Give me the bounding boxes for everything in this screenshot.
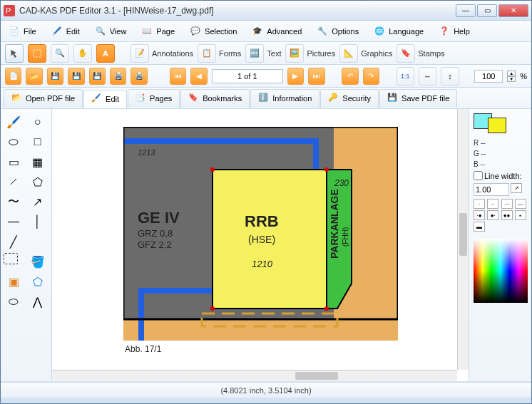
ellipse-tool[interactable]: ⬭ <box>4 133 24 150</box>
last-page-button[interactable]: ⏭ <box>308 68 324 85</box>
swatch-yellow[interactable] <box>488 118 506 133</box>
zoom-tool[interactable]: 🔍 <box>51 44 69 63</box>
menu-view[interactable]: 🔍View <box>91 24 130 39</box>
next-page-button[interactable]: ▶ <box>287 68 304 85</box>
color-picker[interactable] <box>474 239 528 303</box>
dash-4[interactable]: — <box>515 199 526 209</box>
vline-tool[interactable]: │ <box>28 213 48 230</box>
hand-tool[interactable]: ✋ <box>73 44 92 63</box>
tab-bookmarks[interactable]: 🔖Bookmarks <box>180 89 250 108</box>
square-tool[interactable]: □ <box>28 133 48 150</box>
linewidth-input[interactable] <box>474 183 509 196</box>
titlebar: P CAD-KAS PDF Editor 3.1 - [HINWeise-17_… <box>1 1 531 21</box>
save-button[interactable]: 💾 <box>47 68 63 85</box>
dash-7[interactable]: ●● <box>501 210 513 220</box>
pointer-tool[interactable] <box>5 44 24 63</box>
h-thumb[interactable] <box>295 372 338 380</box>
hse-label: (HSE) <box>248 234 275 245</box>
menu-options[interactable]: 🔧Options <box>313 24 362 39</box>
tab-pages[interactable]: 📑Pages <box>128 89 180 108</box>
select-group-tool[interactable]: ▣ <box>4 273 24 290</box>
rect-tool[interactable]: ▭ <box>4 153 24 170</box>
marquee-tool[interactable] <box>28 44 46 63</box>
horizontal-scrollbar[interactable] <box>52 370 457 381</box>
menu-edit[interactable]: 🖊️Edit <box>48 24 83 39</box>
vertical-scrollbar[interactable] <box>457 109 469 370</box>
zoom-up[interactable]: ▲ <box>507 71 516 76</box>
menu-page[interactable]: 📖Page <box>138 24 178 39</box>
menu-help[interactable]: ❓Help <box>435 24 473 39</box>
tab-information[interactable]: ℹ️Information <box>250 89 319 108</box>
menu-advanced[interactable]: 🎓Advanced <box>248 24 305 39</box>
first-page-button[interactable]: ⏮ <box>170 68 186 85</box>
dash-styles: · ·· ⋯ — ·● ●· ●● ▪ ▬ <box>474 199 527 232</box>
print2-button[interactable]: 🖨️ <box>131 68 147 85</box>
minimize-button[interactable]: — <box>456 4 476 17</box>
circle-tool[interactable]: ○ <box>28 113 48 130</box>
fit-width-button[interactable]: ↔ <box>419 67 436 86</box>
workarea: 🖌️ ○ ⬭ □ ▭ ▦ ⟋ ⬠ 〜 ↗ — │ ╱ 🪣 ▣ ⬠ ⬭ ⋀ <box>1 109 531 381</box>
dash-1[interactable]: · <box>474 199 485 209</box>
rrb-num: 1210 <box>252 259 272 269</box>
polyline-tool[interactable]: ⟋ <box>4 173 24 190</box>
chevron-tool[interactable]: ⋀ <box>28 293 48 310</box>
key-icon: 🔑 <box>328 93 339 104</box>
print-button[interactable]: 🖨️ <box>110 68 126 85</box>
page-input[interactable] <box>212 69 283 83</box>
svg-point-9 <box>210 167 215 172</box>
tools-toolbar: 🔍 ✋ A 📝Annotations 📋Forms 🔤Text 🖼️Pictur… <box>1 42 531 65</box>
select-rect-tool[interactable] <box>4 253 18 264</box>
fit-11-button[interactable]: 1:1 <box>397 67 414 86</box>
undo-button[interactable]: ↶ <box>342 68 358 85</box>
zoom-down[interactable]: ▼ <box>507 76 516 82</box>
saveas-button[interactable]: 💾 <box>68 68 84 85</box>
forms-group[interactable]: 📋Forms <box>198 44 241 63</box>
new-button[interactable]: 📄 <box>5 68 21 85</box>
svg-point-12 <box>324 306 329 311</box>
menu-file[interactable]: 📄File <box>5 24 39 39</box>
dash-5[interactable]: ·● <box>474 210 485 220</box>
close-button[interactable]: ✕ <box>498 4 528 17</box>
linewidth-check[interactable] <box>474 171 483 180</box>
info-icon: ℹ️ <box>258 93 270 104</box>
dash-2[interactable]: ·· <box>487 199 498 209</box>
tab-save[interactable]: 💾Save PDF file <box>379 89 457 108</box>
open-button[interactable]: 📂 <box>26 68 42 85</box>
select-poly-tool[interactable]: ⬠ <box>28 273 48 290</box>
dash-6[interactable]: ●· <box>487 210 498 220</box>
wave-tool[interactable]: 〜 <box>4 193 24 210</box>
polygon-tool[interactable]: ⬠ <box>28 173 48 190</box>
zoom-input[interactable] <box>474 70 503 83</box>
canvas[interactable]: 1213 GE IV GRZ 0,8 GFZ 2,2 RRB (HSE) 121… <box>52 109 469 381</box>
menu-selection[interactable]: 💬Selection <box>186 24 240 39</box>
ellipse2-tool[interactable]: ⬭ <box>4 293 24 310</box>
file-icon: 📄 <box>8 25 21 38</box>
menu-language[interactable]: 🌐Language <box>370 24 426 39</box>
brush-tool[interactable]: 🖌️ <box>4 113 24 130</box>
grid-tool[interactable]: ▦ <box>28 153 48 170</box>
line-tool[interactable]: ╱ <box>4 233 24 250</box>
dash-9[interactable]: ▬ <box>474 222 485 232</box>
v-thumb[interactable] <box>459 213 467 256</box>
tab-edit[interactable]: 🖌️Edit <box>83 90 127 108</box>
fill-tool[interactable]: 🪣 <box>28 253 48 270</box>
linewidth-pick[interactable]: ↗ <box>511 183 522 193</box>
tab-security[interactable]: 🔑Security <box>320 89 379 108</box>
stamps-group[interactable]: 🔖Stamps <box>397 44 444 63</box>
prev-page-button[interactable]: ◀ <box>190 68 207 85</box>
dash-8[interactable]: ▪ <box>515 210 526 220</box>
tab-open[interactable]: 📂Open PDF file <box>4 89 83 108</box>
fit-height-button[interactable]: ↕ <box>441 67 459 86</box>
text-tool[interactable]: A <box>96 44 115 63</box>
annotations-group[interactable]: 📝Annotations <box>131 44 193 63</box>
graphics-group[interactable]: 📐Graphics <box>339 44 392 63</box>
maximize-button[interactable]: ▭ <box>477 4 497 17</box>
app-icon: P <box>4 5 15 16</box>
text-group[interactable]: 🔤Text <box>245 44 281 63</box>
saveall-button[interactable]: 💾 <box>89 68 106 85</box>
arrow-tool[interactable]: ↗ <box>28 193 48 210</box>
dash-3[interactable]: ⋯ <box>501 199 513 209</box>
redo-button[interactable]: ↷ <box>363 68 379 85</box>
hline-tool[interactable]: — <box>4 213 24 230</box>
pictures-group[interactable]: 🖼️Pictures <box>285 44 335 63</box>
